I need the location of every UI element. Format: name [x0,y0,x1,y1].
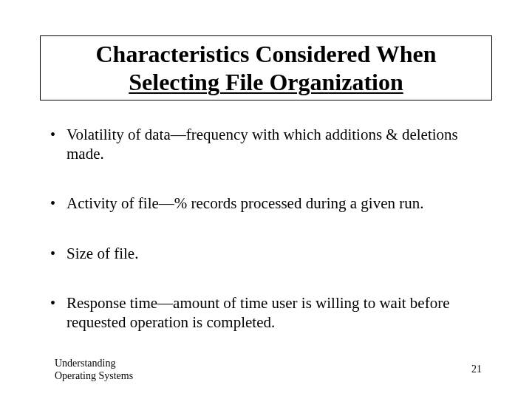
bullet-text: Response time—amount of time user is wil… [66,294,450,331]
footer-source-line2: Operating Systems [55,370,133,381]
bullet-text: Volatility of data—frequency with which … [66,126,458,163]
page-number: 21 [471,364,482,375]
footer-source: Understanding Operating Systems [55,358,133,383]
slide: Characteristics Considered When Selectin… [0,0,532,399]
list-item: Activity of file—% records processed dur… [47,194,491,214]
slide-title-line2: Selecting File Organization [129,69,403,95]
slide-title: Characteristics Considered When Selectin… [48,41,484,97]
list-item: Volatility of data—frequency with which … [47,126,491,163]
bullet-list: Volatility of data—frequency with which … [47,126,491,364]
list-item: Response time—amount of time user is wil… [47,294,491,332]
bullet-text: Size of file. [66,245,138,262]
slide-title-line1: Characteristics Considered When [95,41,436,67]
footer-source-line1: Understanding [55,358,115,369]
slide-title-box: Characteristics Considered When Selectin… [40,35,492,100]
list-item: Size of file. [47,245,491,264]
bullet-text: Activity of file—% records processed dur… [66,194,423,212]
